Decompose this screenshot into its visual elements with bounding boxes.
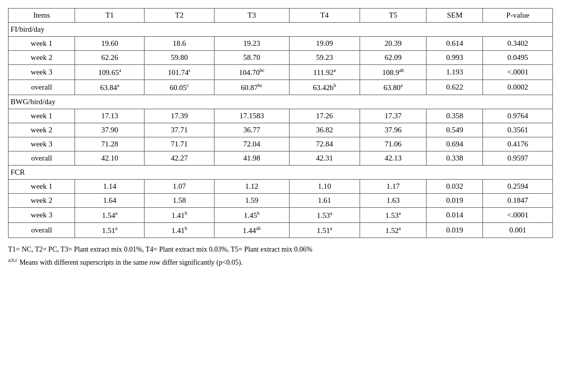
data-table: Items T1 T2 T3 T4 T5 SEM P-value FI/bird… xyxy=(8,8,553,238)
cell-t3: 36.77 xyxy=(214,123,289,137)
cell-t2: 37.71 xyxy=(145,123,214,137)
cell-t1: 37.90 xyxy=(75,123,145,137)
cell-t4: 42.31 xyxy=(290,151,360,166)
cell-sem: 0.993 xyxy=(427,51,483,65)
row-label: overall xyxy=(9,223,75,238)
col-items: Items xyxy=(9,9,75,23)
cell-pvalue: 0.0002 xyxy=(483,80,553,95)
row-label: week 1 xyxy=(9,180,75,194)
cell-t3: 17.1583 xyxy=(214,109,289,123)
row-label: overall xyxy=(9,80,75,95)
cell-pvalue: <.0001 xyxy=(483,208,553,223)
cell-t2: 17.39 xyxy=(145,109,214,123)
col-sem: SEM xyxy=(427,9,483,23)
cell-t4: 59.23 xyxy=(290,51,360,65)
cell-t5: 63.80a xyxy=(360,80,427,95)
cell-t4: 111.92a xyxy=(290,65,360,80)
row-label: week 2 xyxy=(9,123,75,137)
header-row: Items T1 T2 T3 T4 T5 SEM P-value xyxy=(9,9,553,23)
table-row: week 262.2659.8058.7059.2362.090.9930.04… xyxy=(9,51,553,65)
cell-t1: 1.54a xyxy=(75,208,145,223)
cell-sem: 0.032 xyxy=(427,180,483,194)
cell-t4: 1.61 xyxy=(290,194,360,208)
cell-pvalue: <.0001 xyxy=(483,65,553,80)
cell-t1: 17.13 xyxy=(75,109,145,123)
cell-t1: 109.65a xyxy=(75,65,145,80)
cell-t4: 63.42bb xyxy=(290,80,360,95)
cell-sem: 0.014 xyxy=(427,208,483,223)
footnotes-section: T1= NC, T2= PC, T3= Plant extract mix 0.… xyxy=(8,244,553,268)
cell-pvalue: 0.0495 xyxy=(483,51,553,65)
cell-t5: 42.13 xyxy=(360,151,427,166)
cell-t1: 63.84a xyxy=(75,80,145,95)
row-label: week 1 xyxy=(9,37,75,51)
table-row: week 3109.65a101.74c104.70bc111.92a108.9… xyxy=(9,65,553,80)
col-t2: T2 xyxy=(145,9,214,23)
cell-pvalue: 0.1847 xyxy=(483,194,553,208)
row-label: week 3 xyxy=(9,208,75,223)
section-header-0: FI/bird/day xyxy=(9,23,553,37)
cell-sem: 0.019 xyxy=(427,194,483,208)
row-label: week 1 xyxy=(9,109,75,123)
cell-t5: 71.06 xyxy=(360,137,427,151)
cell-t3: 1.45b xyxy=(214,208,289,223)
cell-sem: 0.358 xyxy=(427,109,483,123)
cell-pvalue: 0.3561 xyxy=(483,123,553,137)
cell-t2: 18.6 xyxy=(145,37,214,51)
section-title-1: BWG/bird/day xyxy=(9,95,553,109)
cell-pvalue: 0.2594 xyxy=(483,180,553,194)
cell-t5: 1.52a xyxy=(360,223,427,238)
cell-sem: 0.549 xyxy=(427,123,483,137)
cell-t3: 19.23 xyxy=(214,37,289,51)
cell-sem: 0.614 xyxy=(427,37,483,51)
row-label: week 3 xyxy=(9,65,75,80)
cell-t1: 19.60 xyxy=(75,37,145,51)
cell-t2: 1.07 xyxy=(145,180,214,194)
cell-t5: 108.9ab xyxy=(360,65,427,80)
cell-t2: 101.74c xyxy=(145,65,214,80)
cell-t4: 72.84 xyxy=(290,137,360,151)
cell-t5: 17.37 xyxy=(360,109,427,123)
cell-t3: 60.87bc xyxy=(214,80,289,95)
cell-t4: 17.26 xyxy=(290,109,360,123)
cell-t1: 71.28 xyxy=(75,137,145,151)
cell-t4: 19.09 xyxy=(290,37,360,51)
cell-t1: 42.10 xyxy=(75,151,145,166)
footnote-2: a,b,c Means with different superscripts … xyxy=(8,256,553,268)
col-t4: T4 xyxy=(290,9,360,23)
cell-pvalue: 0.001 xyxy=(483,223,553,238)
cell-t5: 20.39 xyxy=(360,37,427,51)
table-row: week 117.1317.3917.158317.2617.370.3580.… xyxy=(9,109,553,123)
table-row: week 11.141.071.121.101.170.0320.2594 xyxy=(9,180,553,194)
col-t3: T3 xyxy=(214,9,289,23)
cell-t3: 1.44ab xyxy=(214,223,289,238)
cell-sem: 0.622 xyxy=(427,80,483,95)
section-title-0: FI/bird/day xyxy=(9,23,553,37)
cell-sem: 1.193 xyxy=(427,65,483,80)
cell-t5: 1.17 xyxy=(360,180,427,194)
row-label: week 2 xyxy=(9,51,75,65)
cell-t4: 36.82 xyxy=(290,123,360,137)
cell-pvalue: 0.3402 xyxy=(483,37,553,51)
cell-sem: 0.019 xyxy=(427,223,483,238)
cell-sem: 0.694 xyxy=(427,137,483,151)
cell-t2: 59.80 xyxy=(145,51,214,65)
cell-t1: 1.14 xyxy=(75,180,145,194)
cell-t4: 1.51a xyxy=(290,223,360,238)
section-header-1: BWG/bird/day xyxy=(9,95,553,109)
cell-t2: 1.58 xyxy=(145,194,214,208)
cell-pvalue: 0.4176 xyxy=(483,137,553,151)
col-t1: T1 xyxy=(75,9,145,23)
col-pvalue: P-value xyxy=(483,9,553,23)
cell-t2: 1.41b xyxy=(145,223,214,238)
table-row: overall42.1042.2741.9842.3142.130.3380.9… xyxy=(9,151,553,166)
cell-t2: 60.05c xyxy=(145,80,214,95)
row-label: week 2 xyxy=(9,194,75,208)
cell-t4: 1.10 xyxy=(290,180,360,194)
table-row: week 31.54a1.41b1.45b1.53a1.53a0.014<.00… xyxy=(9,208,553,223)
cell-pvalue: 0.9597 xyxy=(483,151,553,166)
table-row: week 21.641.581.591.611.630.0190.1847 xyxy=(9,194,553,208)
table-row: week 237.9037.7136.7736.8237.960.5490.35… xyxy=(9,123,553,137)
cell-t2: 71.71 xyxy=(145,137,214,151)
table-row: week 371.2871.7172.0472.8471.060.6940.41… xyxy=(9,137,553,151)
